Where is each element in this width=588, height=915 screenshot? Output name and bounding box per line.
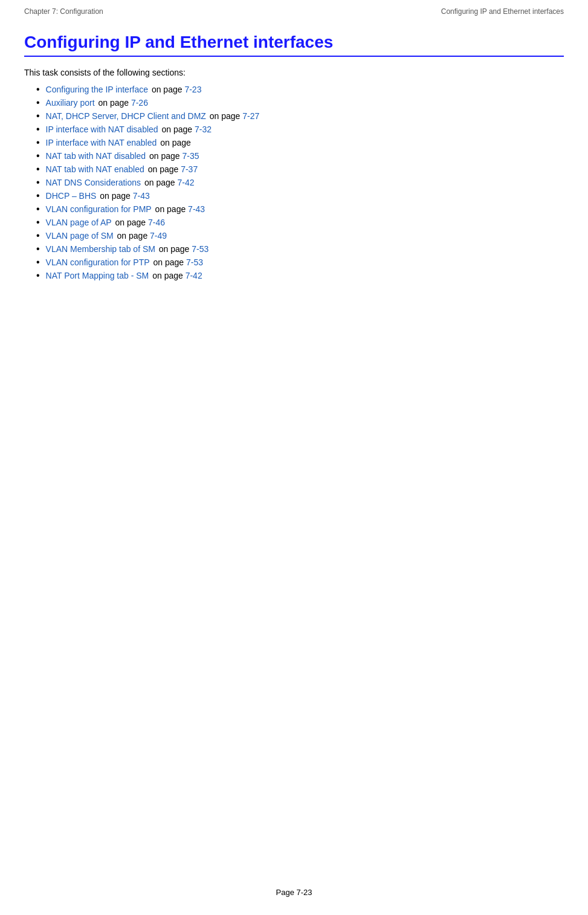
bullet-dot: •	[36, 204, 40, 214]
page-ref[interactable]: 7-46	[148, 218, 165, 227]
list-item-content: Configuring the IP interface on page 7-2…	[46, 85, 202, 94]
normal-text: on page	[151, 257, 186, 267]
page-ref[interactable]: 7-53	[186, 257, 203, 267]
bullet-dot: •	[36, 257, 40, 267]
section-link[interactable]: Configuring the IP interface	[46, 85, 148, 94]
header-left: Chapter 7: Configuration	[24, 7, 103, 16]
list-item: •VLAN Membership tab of SM on page 7-53	[36, 244, 564, 254]
section-link[interactable]: Auxiliary port	[46, 98, 95, 108]
section-link[interactable]: VLAN Membership tab of SM	[46, 244, 155, 254]
page-ref[interactable]: 7-32	[195, 124, 212, 134]
section-link[interactable]: DHCP – BHS	[46, 191, 97, 201]
list-item-content: VLAN configuration for PTP on page 7-53	[46, 257, 203, 267]
section-link[interactable]: IP interface with NAT disabled	[46, 124, 158, 134]
normal-text: on page	[142, 178, 177, 187]
list-item-content: DHCP – BHS on page 7-43	[46, 191, 150, 201]
list-item-content: NAT Port Mapping tab - SM on page 7-42	[46, 271, 202, 280]
title-divider	[24, 56, 564, 57]
page-ref[interactable]: 7-37	[181, 164, 198, 174]
header-right: Configuring IP and Ethernet interfaces	[441, 7, 564, 16]
page-header: Chapter 7: Configuration Configuring IP …	[24, 0, 564, 21]
page-ref[interactable]: 7-42	[177, 178, 194, 187]
page-ref[interactable]: 7-27	[242, 111, 259, 121]
bullet-dot: •	[36, 85, 40, 94]
bullet-dot: •	[36, 164, 40, 174]
normal-text: on page	[146, 164, 181, 174]
list-item: •VLAN configuration for PMP on page 7-43	[36, 204, 564, 214]
bullet-dot: •	[36, 178, 40, 187]
page-ref[interactable]: 7-53	[192, 244, 208, 254]
list-item-content: VLAN configuration for PMP on page 7-43	[46, 204, 205, 214]
bullet-dot: •	[36, 111, 40, 121]
page-ref[interactable]: 7-23	[184, 85, 201, 94]
section-link[interactable]: VLAN page of AP	[46, 218, 112, 227]
list-item-content: NAT DNS Considerations on page 7-42	[46, 178, 195, 187]
section-link[interactable]: NAT DNS Considerations	[46, 178, 141, 187]
list-item-content: NAT tab with NAT disabled on page 7-35	[46, 151, 199, 161]
list-item: •VLAN configuration for PTP on page 7-53	[36, 257, 564, 267]
normal-text: on page	[160, 124, 195, 134]
section-link[interactable]: VLAN page of SM	[46, 231, 114, 241]
normal-text: on page	[157, 244, 192, 254]
bullet-dot: •	[36, 231, 40, 241]
list-item: •IP interface with NAT disabled on page …	[36, 124, 564, 134]
list-item: •NAT DNS Considerations on page 7-42	[36, 178, 564, 187]
bullet-dot: •	[36, 138, 40, 147]
page-ref[interactable]: 7-43	[188, 204, 205, 214]
section-link[interactable]: VLAN configuration for PMP	[46, 204, 152, 214]
list-item: •NAT, DHCP Server, DHCP Client and DMZ o…	[36, 111, 564, 121]
intro-text: This task consists of the following sect…	[24, 68, 564, 77]
bullet-dot: •	[36, 124, 40, 134]
normal-text: on page	[207, 111, 242, 121]
list-item: •DHCP – BHS on page 7-43	[36, 191, 564, 201]
section-link[interactable]: NAT tab with NAT enabled	[46, 164, 144, 174]
normal-text: on page	[153, 204, 188, 214]
section-list: •Configuring the IP interface on page 7-…	[36, 85, 564, 280]
normal-text: on page	[158, 138, 191, 147]
list-item-content: IP interface with NAT enabled on page	[46, 138, 191, 147]
normal-text: on page	[97, 191, 132, 201]
list-item: •VLAN page of SM on page 7-49	[36, 231, 564, 241]
normal-text: on page	[150, 271, 185, 280]
list-item: •NAT tab with NAT enabled on page 7-37	[36, 164, 564, 174]
normal-text: on page	[115, 231, 150, 241]
normal-text: on page	[96, 98, 131, 108]
normal-text: on page	[149, 85, 184, 94]
list-item-content: Auxiliary port on page 7-26	[46, 98, 148, 108]
normal-text: on page	[147, 151, 182, 161]
bullet-dot: •	[36, 98, 40, 108]
bullet-dot: •	[36, 271, 40, 280]
list-item-content: NAT, DHCP Server, DHCP Client and DMZ on…	[46, 111, 260, 121]
bullet-dot: •	[36, 244, 40, 254]
page-ref[interactable]: 7-26	[131, 98, 148, 108]
page-ref[interactable]: 7-42	[186, 271, 202, 280]
list-item: •NAT tab with NAT disabled on page 7-35	[36, 151, 564, 161]
bullet-dot: •	[36, 151, 40, 161]
page-number: Page 7-23	[0, 888, 588, 897]
page-container: Chapter 7: Configuration Configuring IP …	[0, 0, 588, 915]
list-item-content: VLAN Membership tab of SM on page 7-53	[46, 244, 209, 254]
normal-text: on page	[113, 218, 148, 227]
list-item: •NAT Port Mapping tab - SM on page 7-42	[36, 271, 564, 280]
bullet-dot: •	[36, 191, 40, 201]
list-item: •Auxiliary port on page 7-26	[36, 98, 564, 108]
list-item-content: VLAN page of SM on page 7-49	[46, 231, 167, 241]
list-item-content: VLAN page of AP on page 7-46	[46, 218, 165, 227]
page-title: Configuring IP and Ethernet interfaces	[24, 33, 564, 52]
list-item: •VLAN page of AP on page 7-46	[36, 218, 564, 227]
title-section: Configuring IP and Ethernet interfaces	[24, 33, 564, 57]
list-item: •IP interface with NAT enabled on page	[36, 138, 564, 147]
section-link[interactable]: NAT, DHCP Server, DHCP Client and DMZ	[46, 111, 206, 121]
page-ref[interactable]: 7-49	[150, 231, 167, 241]
section-link[interactable]: NAT tab with NAT disabled	[46, 151, 146, 161]
list-item-content: NAT tab with NAT enabled on page 7-37	[46, 164, 198, 174]
list-item: •Configuring the IP interface on page 7-…	[36, 85, 564, 94]
list-item-content: IP interface with NAT disabled on page 7…	[46, 124, 212, 134]
section-link[interactable]: VLAN configuration for PTP	[46, 257, 150, 267]
bullet-dot: •	[36, 218, 40, 227]
section-link[interactable]: NAT Port Mapping tab - SM	[46, 271, 149, 280]
section-link[interactable]: IP interface with NAT enabled	[46, 138, 157, 147]
page-ref[interactable]: 7-35	[182, 151, 199, 161]
page-ref[interactable]: 7-43	[133, 191, 150, 201]
